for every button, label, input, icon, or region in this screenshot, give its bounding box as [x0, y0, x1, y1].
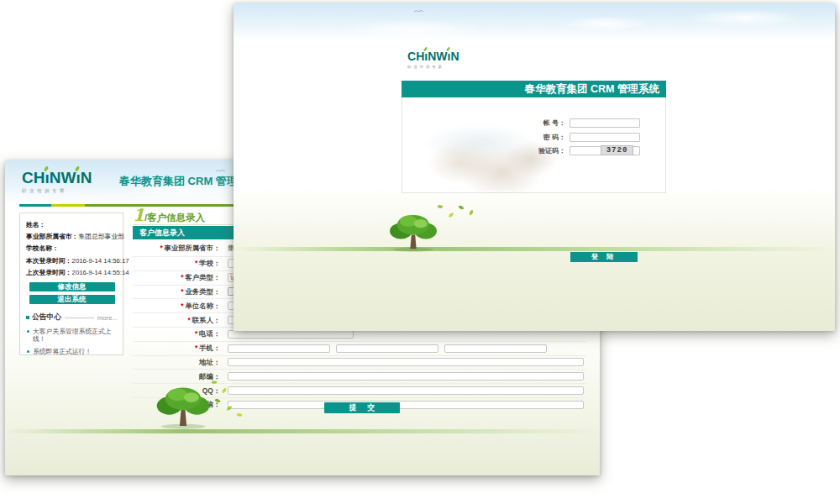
notice-item[interactable]: 大客户关系管理系统正式上线！: [26, 328, 118, 343]
leaf-icon: [423, 47, 428, 51]
more-link[interactable]: more...: [97, 314, 118, 322]
postcode-label: 邮编：: [133, 372, 220, 381]
mobile-input-2[interactable]: [336, 344, 438, 353]
business-type-label: *业务类型：: [133, 287, 220, 297]
captcha-image: 3720: [601, 145, 633, 155]
logo-tagline: 职业培训专家: [22, 188, 92, 194]
bullet-dot-icon: [27, 350, 29, 353]
required-asterisk: *: [195, 329, 197, 338]
leaf-icon: [468, 210, 474, 216]
required-asterisk: *: [181, 302, 183, 310]
leaf-icon: [448, 213, 454, 218]
required-asterisk: *: [181, 273, 183, 281]
leaf-icon: [236, 412, 242, 417]
bird-icon: [413, 8, 425, 13]
submit-button[interactable]: 提 交: [324, 402, 400, 413]
tree-graphic: [148, 382, 218, 429]
mobile-field: [228, 344, 586, 353]
chinwin-logo: CHıNWıN: [22, 170, 92, 186]
required-asterisk: *: [195, 344, 197, 352]
address-input[interactable]: [228, 358, 584, 366]
required-asterisk: *: [188, 316, 191, 324]
qq-input[interactable]: [228, 386, 584, 395]
page: CHıNWıN 职业培训专家 春华教育集团 CRM 管理系统 姓名：事业部所属省…: [0, 0, 840, 504]
postcode-input[interactable]: [228, 372, 584, 381]
form-row-postcode: 邮编：: [133, 369, 586, 383]
brand-logo: CHıNWıN 职业培训专家: [22, 170, 92, 194]
customer-type-label: *客户类型：: [133, 273, 220, 282]
bullet-dot-icon: [27, 330, 29, 333]
address-field: [228, 358, 586, 366]
user-info-field: 本次登录时间：2016-9-14 14:56:17: [26, 255, 118, 267]
leaf-icon: [75, 166, 81, 172]
logout-button[interactable]: 退出系统: [29, 295, 115, 304]
leaf-icon: [459, 204, 465, 210]
bird-icon: [215, 168, 227, 173]
form-row-mobile: *手机：: [133, 341, 586, 355]
notice-item[interactable]: 系统即将正式运行！: [26, 348, 118, 355]
wechat-input[interactable]: [228, 401, 584, 409]
account-input[interactable]: [570, 118, 640, 128]
telephone-input[interactable]: [228, 330, 354, 339]
wechat-field: [228, 401, 586, 409]
modify-info-button[interactable]: 修改信息: [29, 282, 115, 291]
mobile-input-3[interactable]: [444, 344, 547, 353]
mobile-label: *手机：: [133, 344, 220, 353]
required-asterisk: *: [195, 259, 197, 267]
account-label: 帐 号：: [512, 118, 565, 128]
grass-horizon: [5, 429, 600, 433]
crm-login-window: CHıNWıN 职业培训专家 春华教育集团 CRM 管理系统 帐 号： 密 码：…: [234, 3, 835, 331]
chinwin-logo: CHıNWıN: [407, 50, 459, 62]
user-info-field: 姓名：: [26, 219, 118, 231]
user-info-field: 事业部所属省市：集团总部事业部: [26, 231, 118, 243]
leaf-icon: [446, 47, 451, 51]
telephone-field: [228, 330, 586, 339]
notice-list: 大客户关系管理系统正式上线！系统即将正式运行！: [26, 328, 118, 355]
mobile-input-1[interactable]: [228, 344, 330, 353]
password-label: 密 码：: [512, 133, 565, 142]
bullet-square-icon: [26, 316, 29, 319]
telephone-label: *电话：: [133, 329, 220, 339]
grass-horizon: [234, 247, 835, 251]
divider-line: [65, 318, 94, 318]
password-input[interactable]: [570, 133, 640, 142]
tree-graphic: [381, 210, 445, 252]
step-number: 1: [133, 205, 144, 225]
school-label: *学校：: [133, 259, 220, 268]
unit-name-label: *单位名称：: [133, 302, 220, 311]
contact-person-label: *联系人：: [133, 316, 220, 325]
notice-header: 公告中心 more...: [26, 312, 118, 323]
postcode-field: [228, 372, 586, 381]
leaf-icon: [44, 166, 50, 172]
leaf-icon: [437, 204, 443, 209]
login-title: 春华教育集团 CRM 管理系统: [525, 83, 659, 95]
notice-title: 公告中心: [32, 312, 61, 323]
user-info-field: 上次登录时间：2016-9-14 14:55:14: [26, 267, 118, 279]
address-label: 地址：: [133, 358, 220, 367]
sidebar: 姓名：事业部所属省市：集团总部事业部学校名称：本次登录时间：2016-9-14 …: [19, 213, 123, 355]
sky-clouds: [234, 3, 835, 40]
login-title-bar: 春华教育集团 CRM 管理系统: [402, 81, 666, 97]
login-panel: 帐 号： 密 码： 验证码： 3720 登 陆: [402, 97, 666, 193]
captcha-label: 验证码：: [512, 146, 565, 155]
qq-field: [228, 386, 586, 395]
logo-tagline: 职业培训专家: [407, 65, 459, 69]
division-city-label: *事业部所属省市：: [133, 244, 220, 253]
form-row-address: 地址：: [133, 355, 586, 370]
login-button[interactable]: 登 陆: [570, 252, 638, 262]
required-asterisk: *: [181, 287, 183, 296]
user-info-fields: 姓名：事业部所属省市：集团总部事业部学校名称：本次登录时间：2016-9-14 …: [26, 219, 118, 279]
step-title: /客户信息录入: [144, 213, 205, 223]
required-asterisk: *: [160, 244, 162, 252]
user-info-field: 学校名称：: [26, 243, 118, 255]
brand-logo: CHıNWıN 职业培训专家: [407, 50, 459, 69]
